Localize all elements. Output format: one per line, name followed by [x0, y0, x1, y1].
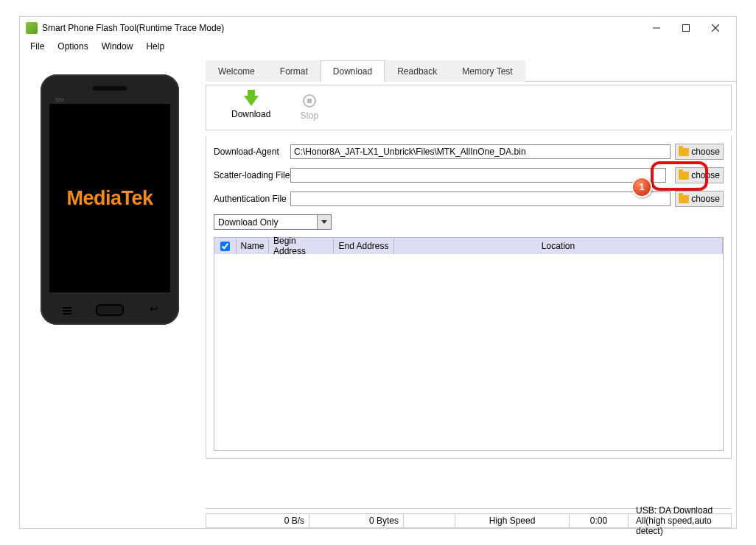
menu-window[interactable]: Window: [96, 40, 139, 53]
folder-icon: [679, 172, 689, 180]
folder-icon: [679, 148, 689, 156]
phone-home-icon: [96, 304, 124, 316]
status-bytes: 0 Bytes: [309, 514, 404, 527]
title-bar: Smart Phone Flash Tool(Runtime Trace Mod…: [20, 17, 736, 39]
tab-format[interactable]: Format: [267, 60, 321, 82]
menu-help[interactable]: Help: [140, 40, 170, 53]
minimize-button[interactable]: [642, 18, 671, 38]
tab-readback[interactable]: Readback: [385, 60, 449, 82]
mediatek-logo: MediaTek: [66, 187, 153, 210]
tab-memory-test[interactable]: Memory Test: [449, 60, 525, 82]
column-name: Name: [237, 238, 269, 254]
toolbar: Download Stop: [206, 85, 732, 130]
window-title: Smart Phone Flash Tool(Runtime Trace Mod…: [42, 23, 642, 33]
app-icon: [26, 22, 38, 34]
stop-button[interactable]: Stop: [300, 94, 318, 121]
column-begin-address: Begin Address: [269, 238, 334, 254]
download-mode-dropdown[interactable]: Download Only: [214, 214, 332, 230]
tab-download[interactable]: Download: [321, 60, 385, 82]
phone-bm-label: BM: [55, 96, 64, 103]
right-pane: Welcome Format Download Readback Memory …: [206, 55, 736, 528]
column-location: Location: [394, 238, 723, 254]
scatter-file-input[interactable]: [290, 168, 666, 183]
download-agent-choose-button[interactable]: choose: [675, 144, 724, 160]
phone-back-icon: ↩: [150, 303, 158, 314]
app-window: Smart Phone Flash Tool(Runtime Trace Mod…: [19, 16, 737, 529]
phone-menu-icon: [63, 307, 71, 313]
maximize-button[interactable]: [671, 18, 701, 38]
scatter-file-label: Scatter-loading File: [214, 170, 290, 180]
menu-bar: File Options Window Help: [20, 39, 736, 54]
menu-file[interactable]: File: [24, 40, 50, 53]
status-usb: USB: DA Download All(high speed,auto det…: [629, 514, 731, 527]
download-agent-input[interactable]: [290, 144, 671, 159]
status-blank: [404, 514, 455, 527]
phone-illustration: BM MediaTek ↩: [41, 74, 179, 325]
chevron-down-icon: [321, 220, 327, 224]
scatter-file-choose-button[interactable]: choose: [675, 167, 724, 183]
folder-icon: [679, 195, 689, 203]
download-agent-label: Download-Agent: [214, 147, 290, 157]
menu-options[interactable]: Options: [52, 40, 94, 53]
left-pane: BM MediaTek ↩: [20, 55, 206, 528]
tab-welcome[interactable]: Welcome: [206, 60, 267, 82]
tab-strip: Welcome Format Download Readback Memory …: [206, 60, 736, 82]
close-button[interactable]: [701, 18, 730, 38]
download-label: Download: [231, 109, 270, 119]
select-all-checkbox[interactable]: [220, 242, 230, 251]
auth-file-input[interactable]: [290, 191, 671, 206]
download-mode-value: Download Only: [218, 217, 278, 228]
stop-label: Stop: [300, 110, 318, 121]
download-button[interactable]: Download: [231, 96, 270, 119]
status-time: 0:00: [570, 514, 629, 527]
partition-table: Name Begin Address End Address Location: [214, 237, 724, 451]
column-end-address: End Address: [334, 238, 394, 254]
column-checkbox[interactable]: [214, 238, 237, 254]
auth-file-choose-button[interactable]: choose: [675, 191, 724, 207]
status-speed: High Speed: [455, 514, 570, 527]
download-arrow-icon: [244, 96, 259, 106]
status-bar: 0 B/s 0 Bytes High Speed 0:00 USB: DA Do…: [206, 513, 732, 528]
form-area: Download-Agent choose Scatter-loading Fi…: [206, 136, 732, 459]
status-rate: 0 B/s: [206, 514, 309, 527]
auth-file-label: Authentication File: [214, 194, 290, 204]
stop-icon: [303, 94, 316, 108]
svg-rect-1: [683, 25, 690, 32]
